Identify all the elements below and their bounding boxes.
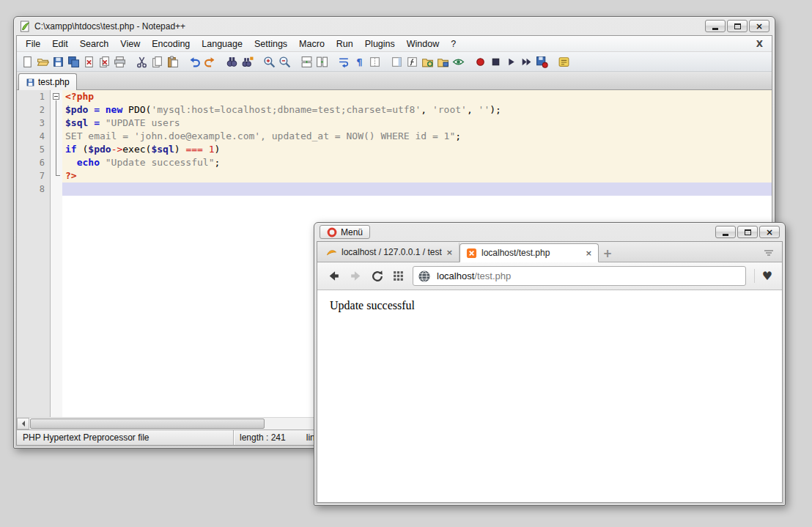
toolbar-save-file-button[interactable]: [51, 54, 66, 70]
toolbar-sync-scroll-horizontal-button[interactable]: [314, 54, 330, 70]
toolbar-zoom-in-button[interactable]: [262, 54, 277, 70]
menu-plugins[interactable]: Plugins: [359, 37, 401, 51]
code-text[interactable]: ?>: [62, 169, 772, 183]
editor-line-5: 5if ($pdo->exec($sql) === 1): [17, 143, 772, 156]
toolbar-show-all-characters-button[interactable]: ¶: [352, 54, 367, 70]
toolbar-sync-scroll-vertical-button[interactable]: [299, 54, 314, 70]
notepad-maximize-button[interactable]: [727, 20, 748, 32]
fold-line: [56, 156, 56, 169]
toolbar-word-wrap-button[interactable]: [336, 54, 352, 70]
menu-encoding[interactable]: Encoding: [146, 37, 196, 51]
toolbar-macro-stop-button[interactable]: [488, 54, 503, 70]
back-icon: [327, 269, 341, 283]
fold-margin: [51, 183, 62, 196]
menu-settings[interactable]: Settings: [248, 37, 293, 51]
bookmark-heart-button[interactable]: ♥: [754, 269, 772, 283]
site-badge-icon[interactable]: [418, 270, 431, 283]
toolbar-cut-button[interactable]: [134, 54, 150, 70]
folder-as-workspace-icon: [437, 56, 449, 68]
toolbar-macro-record-button[interactable]: [473, 54, 488, 70]
new-tab-button[interactable]: +: [599, 246, 616, 262]
toolbar-close-file-button[interactable]: [81, 54, 97, 70]
toolbar-group: [224, 54, 255, 70]
opera-maximize-button[interactable]: [737, 226, 758, 238]
toolbar-monitoring-eye-button[interactable]: [451, 54, 466, 70]
code-text[interactable]: if ($pdo->exec($sql) === 1): [62, 143, 772, 156]
menu-view[interactable]: View: [114, 37, 146, 51]
address-bar[interactable]: localhost/test.php: [413, 266, 746, 286]
menu-macro[interactable]: Macro: [293, 37, 331, 51]
menu-search[interactable]: Search: [74, 37, 115, 51]
menu-edit[interactable]: Edit: [46, 37, 74, 51]
code-text[interactable]: <?php: [62, 90, 772, 103]
notepad-minimize-button[interactable]: [705, 20, 726, 32]
toolbar-macro-run-multiple-button[interactable]: [519, 54, 534, 70]
scrollbar-thumb[interactable]: [30, 419, 265, 429]
menubar-close-document-icon[interactable]: X: [750, 39, 769, 49]
line-number-margin: [17, 196, 51, 417]
editor-line-7: 7?>: [17, 169, 772, 183]
back-button[interactable]: [327, 269, 341, 283]
code-text[interactable]: $sql = "UPDATE users: [62, 117, 772, 130]
reload-button[interactable]: [371, 270, 384, 283]
open-file-icon: [37, 56, 49, 68]
fold-margin: [51, 103, 62, 117]
toolbar-new-file-button[interactable]: [20, 54, 35, 70]
toolbar-undo-button[interactable]: [187, 54, 202, 70]
toolbar-copy-button[interactable]: [150, 54, 165, 70]
toolbar-indent-guide-button[interactable]: [367, 54, 383, 70]
toolbar-group: [134, 54, 180, 70]
menu-run[interactable]: Run: [331, 37, 359, 51]
toolbar-open-file-button[interactable]: [35, 54, 51, 70]
minimize-icon: [723, 234, 728, 236]
notepad-close-button[interactable]: ×: [749, 20, 769, 32]
browser-tab-active[interactable]: localhost/test.php×: [459, 243, 599, 262]
toolbar-file-browser-button[interactable]: [420, 54, 435, 70]
toolbar-document-map-button[interactable]: [389, 54, 405, 70]
toolbar-user-defined-dialog-button[interactable]: [556, 54, 572, 70]
editor-line-2: 2$pdo = new PDO('mysql:host=localhost;db…: [17, 103, 772, 117]
document-tab-active[interactable]: test.php: [18, 73, 77, 90]
menu-file[interactable]: File: [20, 37, 46, 51]
tab-list-button[interactable]: [759, 244, 779, 262]
code-text[interactable]: echo "Update successful";: [62, 156, 772, 169]
toolbar-close-all-button[interactable]: [97, 54, 112, 70]
toolbar-zoom-out-button[interactable]: [277, 54, 292, 70]
replace-icon: [241, 56, 254, 68]
toolbar-replace-button[interactable]: [240, 54, 255, 70]
notepad-titlebar[interactable]: C:\xampp\htdocs\test.php - Notepad++ ×: [16, 17, 772, 35]
scroll-left-arrow[interactable]: [17, 418, 29, 430]
fold-collapse-icon[interactable]: [53, 93, 59, 100]
fold-line: [56, 143, 56, 156]
opera-window: Menü × localhost / 127.0.0.1 / test×loca…: [314, 222, 786, 506]
opera-menu-button[interactable]: Menü: [320, 225, 370, 239]
toolbar-find-button[interactable]: [224, 54, 240, 70]
opera-minimize-button[interactable]: [715, 226, 736, 238]
code-text[interactable]: $pdo = new PDO('mysql:host=localhost;dbn…: [62, 103, 772, 117]
browser-tab[interactable]: localhost / 127.0.0.1 / test×: [320, 243, 459, 262]
save-file-icon: [52, 56, 64, 68]
toolbar-paste-button[interactable]: [165, 54, 180, 70]
opera-close-button[interactable]: ×: [759, 226, 780, 238]
speed-dial-button[interactable]: [392, 270, 405, 282]
toolbar-redo-button[interactable]: [202, 54, 218, 70]
close-icon: ×: [766, 228, 773, 237]
fold-margin: [51, 196, 62, 417]
menu-language[interactable]: Language: [196, 37, 248, 51]
forward-button[interactable]: [349, 269, 363, 283]
toolbar-folder-as-workspace-button[interactable]: [435, 54, 451, 70]
opera-titlebar[interactable]: Menü ×: [317, 223, 783, 241]
tab-close-icon[interactable]: ×: [446, 248, 453, 257]
show-all-characters-icon: ¶: [356, 56, 362, 67]
code-text[interactable]: [62, 183, 772, 196]
menu-help[interactable]: ?: [445, 37, 462, 51]
toolbar-save-all-button[interactable]: [66, 54, 81, 70]
toolbar-macro-playback-button[interactable]: [503, 54, 519, 70]
tab-close-icon[interactable]: ×: [586, 248, 592, 258]
toolbar-function-list-button[interactable]: [405, 54, 420, 70]
toolbar-print-button[interactable]: [112, 54, 128, 70]
code-text[interactable]: SET email = 'john.doe@example.com', upda…: [62, 130, 772, 143]
fold-margin: [51, 156, 62, 169]
menu-window[interactable]: Window: [401, 37, 445, 51]
toolbar-macro-save-button[interactable]: [534, 54, 550, 70]
